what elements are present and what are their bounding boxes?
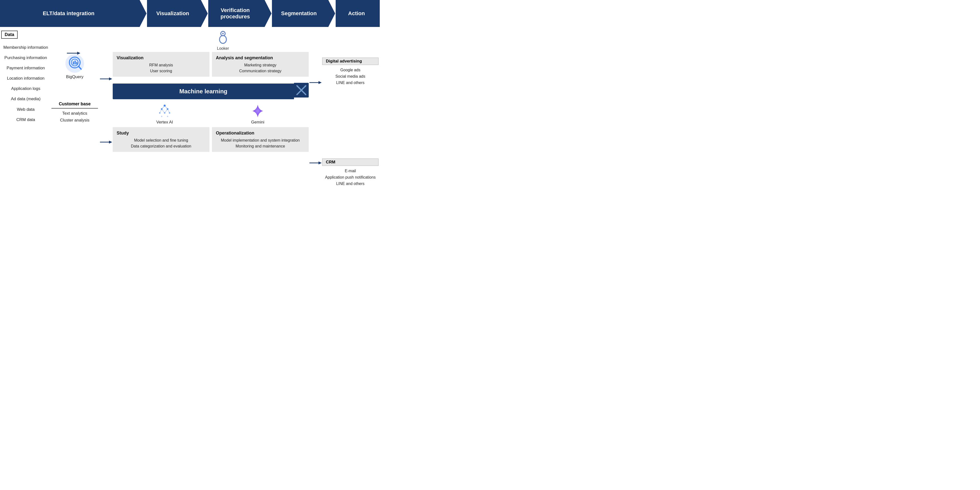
analysis-item-comm: Communication strategy (216, 69, 305, 73)
digital-advertising-items: Google ads Social media ads LINE and oth… (322, 68, 379, 85)
header-verif: Verification procedures (208, 0, 265, 27)
header-viz: Visualization (147, 0, 201, 27)
ml-banner-label: Machine learning (179, 88, 228, 95)
arrow-to-ml (100, 139, 112, 146)
ops-item-impl: Model implementation and system integrat… (216, 138, 305, 143)
ml-scissors-container (294, 83, 309, 97)
header-verif-label: Verification procedures (213, 7, 257, 20)
action-google-ads: Google ads (322, 68, 379, 72)
ops-item-monitor: Monitoring and maintenance (216, 144, 305, 148)
data-item-payment: Payment information (1, 63, 50, 73)
looker-icon (216, 30, 230, 45)
action-social-media: Social media ads (322, 74, 379, 79)
ops-panel-title: Operationalization (216, 130, 305, 136)
gemini-icon (250, 103, 265, 118)
arrow-bq-ml-icon (100, 139, 112, 145)
header-elt-label: ELT/data integration (43, 10, 94, 17)
analysis-panel: Analysis and segmentation Marketing stra… (212, 52, 309, 77)
arrow-to-viz (100, 76, 112, 83)
customer-base-items: Text analytics Cluster analysis (51, 111, 98, 123)
data-label: Data (1, 30, 18, 39)
bigquery-label: BigQuery (66, 75, 84, 80)
svg-point-26 (161, 116, 162, 117)
svg-line-30 (160, 109, 162, 113)
looker-block: Looker (216, 30, 230, 51)
svg-rect-5 (73, 62, 74, 64)
header-viz-label: Visualization (156, 10, 189, 17)
analysis-panel-items: Marketing strategy Communication strateg… (216, 63, 305, 73)
study-panel: Study Model selection and fine tuning Da… (113, 127, 210, 152)
study-item-model: Model selection and fine tuning (117, 138, 205, 143)
looker-section: Looker (113, 30, 309, 51)
study-panel-items: Model selection and fine tuning Data cat… (117, 138, 205, 148)
digital-advertising-category: Digital advertising (322, 57, 379, 65)
action-column: Digital advertising Google ads Social me… (322, 30, 379, 191)
viz-analysis-row: Visualization RFM analysis User scoring … (113, 52, 309, 77)
header-seg-label: Segmentation (281, 10, 317, 17)
data-item-membership: Membership information (1, 42, 50, 52)
svg-line-29 (165, 106, 167, 109)
svg-point-27 (167, 116, 168, 117)
study-ops-row: Study Model selection and fine tuning Da… (113, 127, 309, 152)
study-panel-title: Study (117, 130, 205, 136)
viz-item-rfm: RFM analysis (117, 63, 205, 67)
crm-section: CRM E-mail Application push notification… (322, 159, 379, 191)
vertex-ai-label: Vertex AI (156, 120, 173, 125)
visualization-panel: Visualization RFM analysis User scoring (113, 52, 210, 77)
action-push-notifications: Application push notifications (322, 175, 379, 180)
svg-point-15 (222, 33, 224, 34)
svg-point-14 (220, 35, 226, 43)
header-row: ELT/data integration Visualization Verif… (0, 0, 380, 27)
svg-marker-35 (318, 81, 322, 84)
data-item-addata: Ad data (media) (1, 94, 50, 104)
data-item-webdata: Web data (1, 104, 50, 115)
viz-panel-title: Visualization (117, 56, 205, 60)
action-email: E-mail (322, 169, 379, 173)
header-action: Action (336, 0, 380, 27)
gemini-section: Gemini (250, 103, 265, 125)
analysis-item-marketing: Marketing strategy (216, 63, 305, 67)
arrow-bq-viz-icon (100, 76, 112, 82)
middle-column: Looker Visualization RFM analysis User s… (113, 30, 309, 152)
arrow-to-digital (309, 80, 322, 86)
svg-line-28 (162, 106, 165, 109)
data-item-location: Location information (1, 73, 50, 84)
ops-panel-items: Model implementation and system integrat… (216, 138, 305, 148)
bigquery-section: BigQuery (65, 54, 84, 80)
customer-base-text: Text analytics (62, 111, 87, 116)
gemini-label: Gemini (251, 120, 264, 125)
action-line-others-crm: LINE and others (322, 181, 379, 186)
analysis-panel-title: Analysis and segmentation (216, 56, 305, 60)
right-arrows-col (309, 30, 322, 167)
data-item-crmdata: CRM data (1, 115, 50, 125)
crm-category: CRM (322, 159, 379, 166)
customer-base-title: Customer base (51, 102, 98, 108)
data-item-purchasing: Purchasing information (1, 52, 50, 63)
header-elt: ELT/data integration (0, 0, 140, 27)
data-items: Membership information Purchasing inform… (1, 42, 50, 125)
svg-rect-7 (76, 62, 78, 64)
svg-marker-12 (109, 141, 112, 143)
header-action-label: Action (348, 10, 365, 17)
svg-line-31 (162, 109, 165, 113)
bigquery-column: BigQuery Customer base Text analytics Cl… (50, 30, 99, 123)
svg-rect-6 (75, 60, 76, 64)
svg-line-32 (165, 109, 167, 113)
viz-item-scoring: User scoring (117, 69, 205, 73)
ml-section: Machine learning (113, 81, 309, 99)
customer-base-section: Customer base Text analytics Cluster ana… (51, 102, 98, 123)
content-body: Data Membership information Purchasing i… (0, 27, 380, 193)
svg-line-33 (167, 109, 170, 113)
ops-panel: Operationalization Model implementation … (212, 127, 309, 152)
bigquery-icon (65, 54, 84, 73)
digital-advertising-section: Digital advertising Google ads Social me… (322, 57, 379, 90)
arrow-to-digital-icon (309, 80, 322, 86)
vertex-ai-section: Vertex AI (156, 103, 173, 125)
svg-marker-10 (109, 78, 112, 80)
ai-icons-row: Vertex AI Gemini (113, 101, 309, 127)
arrow-to-crm (309, 160, 322, 167)
arrow-to-crm-icon (309, 160, 322, 166)
study-item-data: Data categorization and evaluation (117, 144, 205, 148)
ml-banner: Machine learning (113, 84, 294, 99)
action-line-others-digital: LINE and others (322, 81, 379, 85)
